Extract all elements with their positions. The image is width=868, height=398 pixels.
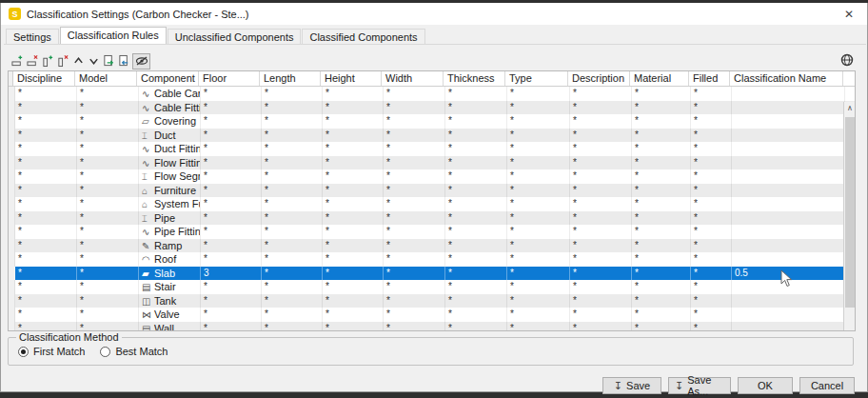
cell-description[interactable]: * <box>570 322 632 331</box>
cell-filled[interactable]: * <box>691 280 732 294</box>
cell-material[interactable]: * <box>632 294 691 308</box>
globe-icon[interactable] <box>840 53 854 67</box>
cell-length[interactable]: * <box>262 239 323 253</box>
cell-thickness[interactable]: * <box>445 280 507 294</box>
cell-material[interactable]: * <box>632 142 691 156</box>
cell-description[interactable]: * <box>570 280 632 294</box>
cell-model[interactable]: * <box>77 169 139 184</box>
cell-component[interactable]: ◫Tank <box>139 294 201 308</box>
cell-thickness[interactable]: * <box>445 169 507 184</box>
cell-thickness[interactable]: * <box>445 156 507 170</box>
table-row[interactable]: **∿Cable Carrie...********* <box>9 87 855 101</box>
cell-thickness[interactable]: * <box>445 197 507 211</box>
cell-model[interactable]: * <box>77 252 139 267</box>
cell-thickness[interactable]: * <box>445 308 507 322</box>
cell-height[interactable]: * <box>323 87 384 101</box>
cell-thickness[interactable]: * <box>445 252 507 267</box>
cell-classification-name[interactable] <box>732 184 845 198</box>
cell-type[interactable]: * <box>507 114 570 129</box>
cell-component[interactable]: ∿Cable Carrie... <box>139 87 201 101</box>
cell-model[interactable]: * <box>77 211 139 226</box>
column-header-classification-name[interactable]: Classification Name <box>730 71 843 86</box>
cell-classification-name[interactable] <box>732 169 845 184</box>
add-column-button[interactable] <box>41 53 55 70</box>
cell-discipline[interactable]: * <box>15 239 77 253</box>
cell-discipline[interactable]: * <box>15 142 77 156</box>
cell-width[interactable]: * <box>384 267 445 281</box>
cell-material[interactable]: * <box>632 129 691 143</box>
cell-filled[interactable]: * <box>691 129 732 143</box>
radio-dot[interactable] <box>100 347 110 357</box>
cell-floor[interactable]: * <box>201 87 262 101</box>
cell-discipline[interactable]: * <box>15 184 77 198</box>
cell-component[interactable]: ∿Duct Fitting <box>139 142 201 156</box>
table-row[interactable]: **▤Stair********* <box>9 280 855 294</box>
cell-description[interactable]: * <box>570 169 632 184</box>
cell-width[interactable]: * <box>384 239 445 253</box>
cell-discipline[interactable]: * <box>15 322 77 331</box>
cell-floor[interactable]: * <box>201 156 262 170</box>
cell-discipline[interactable]: * <box>15 169 77 184</box>
cell-material[interactable]: * <box>632 87 691 101</box>
cell-floor[interactable]: * <box>201 322 262 331</box>
cell-discipline[interactable]: * <box>15 101 77 115</box>
cell-component[interactable]: ⌂System Furn... <box>139 197 201 211</box>
cell-type[interactable]: * <box>507 252 570 267</box>
cell-width[interactable]: * <box>384 322 445 331</box>
cell-height[interactable]: * <box>323 101 384 115</box>
cell-classification-name[interactable] <box>732 197 845 211</box>
cell-width[interactable]: * <box>384 87 445 101</box>
cell-width[interactable]: * <box>384 129 445 143</box>
cell-classification-name[interactable] <box>732 308 845 322</box>
cell-description[interactable]: * <box>570 197 632 211</box>
cell-thickness[interactable]: * <box>445 142 507 156</box>
cell-type[interactable]: * <box>507 267 570 281</box>
toggle-preview-eye-button[interactable] <box>132 53 150 70</box>
delete-column-button[interactable] <box>56 53 70 70</box>
cell-height[interactable]: * <box>323 156 384 170</box>
table-row[interactable]: **✎Ramp********* <box>9 239 855 253</box>
cell-thickness[interactable]: * <box>445 87 507 101</box>
cell-classification-name[interactable] <box>732 252 845 267</box>
cell-floor[interactable]: * <box>201 252 262 267</box>
cell-type[interactable]: * <box>507 129 570 143</box>
cell-length[interactable]: * <box>262 308 323 322</box>
cell-thickness[interactable]: * <box>445 239 507 253</box>
cell-filled[interactable]: * <box>691 87 732 101</box>
cell-filled[interactable]: * <box>691 294 732 308</box>
cell-component[interactable]: ▰Slab <box>139 267 201 281</box>
cell-filled[interactable]: * <box>691 211 732 226</box>
radio-dot[interactable] <box>18 347 29 357</box>
table-row[interactable]: **▰Slab3********0.5 <box>9 267 855 281</box>
cell-filled[interactable]: * <box>691 142 732 156</box>
cell-width[interactable]: * <box>384 252 445 267</box>
cell-model[interactable]: * <box>77 114 139 129</box>
cell-component[interactable]: ⌶Flow Segment <box>139 169 201 184</box>
cell-material[interactable]: * <box>632 280 691 294</box>
cell-description[interactable]: * <box>570 156 632 170</box>
cell-length[interactable]: * <box>262 101 323 115</box>
cell-type[interactable]: * <box>507 280 570 294</box>
column-header-component[interactable]: Component <box>137 71 199 86</box>
cell-material[interactable]: * <box>632 252 691 267</box>
cell-length[interactable]: * <box>262 197 323 211</box>
cell-height[interactable]: * <box>323 129 384 143</box>
cell-component[interactable]: ⋈Valve <box>139 308 201 322</box>
export-rules-button[interactable] <box>117 53 131 70</box>
cell-material[interactable]: * <box>632 211 691 226</box>
cell-height[interactable]: * <box>323 280 384 294</box>
cell-discipline[interactable]: * <box>15 225 77 239</box>
cell-width[interactable]: * <box>384 280 445 294</box>
cell-filled[interactable]: * <box>691 197 732 211</box>
cell-component[interactable]: ⌂Furniture <box>139 184 201 198</box>
column-header-description[interactable]: Description <box>568 71 630 86</box>
cell-type[interactable]: * <box>507 87 570 101</box>
cell-model[interactable]: * <box>77 225 139 239</box>
cell-type[interactable]: * <box>507 142 570 156</box>
cell-filled[interactable]: * <box>691 169 732 184</box>
cell-description[interactable]: * <box>570 184 632 198</box>
cell-floor[interactable]: * <box>201 294 262 308</box>
cell-material[interactable]: * <box>632 101 691 115</box>
cell-type[interactable]: * <box>507 294 570 308</box>
table-row[interactable]: **⋈Valve********* <box>9 308 855 322</box>
